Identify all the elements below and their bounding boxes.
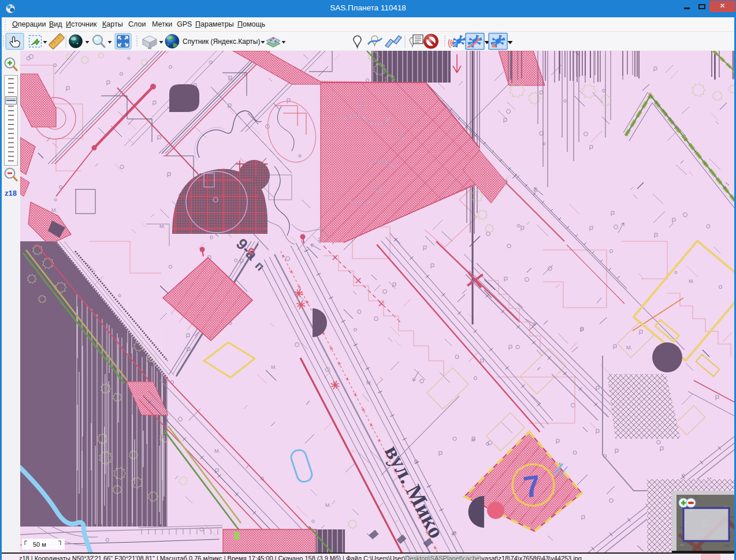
svg-text:M.: M. <box>325 502 331 508</box>
svg-text:50 м: 50 м <box>33 541 46 548</box>
svg-text:M.: M. <box>214 448 220 454</box>
svg-text:z18: z18 <box>5 189 17 197</box>
svg-text:M.: M. <box>51 207 57 213</box>
svg-text:M.: M. <box>626 345 632 350</box>
svg-text:M.: M. <box>689 278 694 284</box>
svg-text:M.: M. <box>366 380 372 386</box>
svg-text:M.: M. <box>271 364 277 370</box>
svg-text:Спутник (Яндекс.Карты): Спутник (Яндекс.Карты) <box>183 38 260 46</box>
